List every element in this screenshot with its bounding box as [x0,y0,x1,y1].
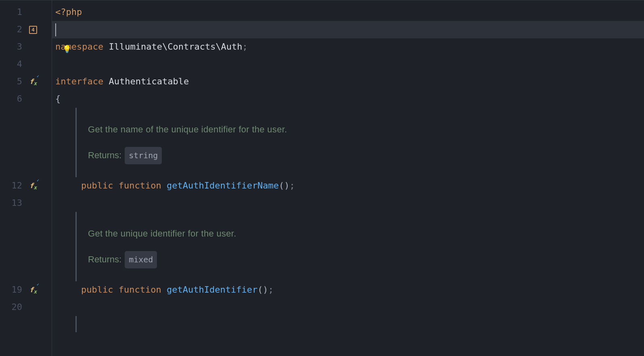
line-number: 6 [0,90,22,108]
doc-block: Get the unique identifier for the user. … [75,212,644,281]
doc-block-partial [75,316,644,332]
space [103,73,109,90]
function-icon: fx [29,75,37,88]
line-number: 3 [0,38,22,56]
line-number: 1 [0,4,22,21]
gutter-row[interactable]: 12 fx [0,177,52,195]
code-line-current[interactable] [52,21,644,38]
semicolon: ; [243,38,248,56]
cursor-icon [55,23,56,36]
brace-open: { [55,90,61,108]
line-number: 2 [0,21,22,38]
line-number: 4 [0,56,22,73]
gutter-row[interactable]: 19 fx [0,281,52,299]
code-area[interactable]: <?php namespace Illuminate\Contracts\Aut… [52,0,644,356]
keyword-public: public [81,177,113,195]
function-icon: fx [29,179,37,193]
gutter-doc-spacer [0,108,52,177]
line-number: 12 [0,177,22,195]
gutter-row[interactable]: 5 fx [0,73,52,90]
gutter-row[interactable]: 3 [0,38,52,56]
doc-returns-label: Returns: [88,147,121,164]
parens: () [279,177,290,195]
code-line[interactable]: interface Authenticatable [52,73,644,90]
code-line-empty[interactable] [52,56,644,73]
space [103,38,109,56]
gutter-doc-spacer [0,212,52,281]
namespace-path: Illuminate\Contracts\Auth [109,38,242,56]
doc-returns-label: Returns: [88,251,121,268]
space [113,281,118,299]
gutter-row[interactable]: 20 [0,299,52,316]
gutter-icon-slot[interactable]: fx [27,179,39,193]
space [161,281,167,299]
code-line[interactable]: { [52,90,644,108]
semicolon: ; [290,177,295,195]
line-number: 20 [0,299,22,316]
code-line[interactable]: namespace Illuminate\Contracts\Auth; [52,38,644,56]
semicolon: ; [268,281,274,299]
code-line-empty[interactable] [52,195,644,212]
code-line[interactable]: public function getAuthIdentifier(); [52,281,644,299]
line-number: 5 [0,73,22,90]
code-editor[interactable]: 💡 1 2 4 3 4 5 fx 6 12 [0,0,644,356]
gutter-badge-icon: 4 [29,26,37,34]
gutter-row[interactable]: 6 [0,90,52,108]
gutter-icon-slot[interactable]: 4 [27,26,39,34]
gutter-row[interactable]: 4 [0,56,52,73]
doc-block: Get the name of the unique identifier fo… [75,108,644,177]
code-line[interactable]: public function getAuthIdentifierName(); [52,177,644,195]
code-line-empty[interactable] [52,299,644,316]
lightbulb-icon[interactable]: 💡 [63,42,71,56]
line-number: 13 [0,195,22,212]
parens: () [257,281,268,299]
gutter-icon-slot[interactable]: fx [27,283,39,297]
gutter-icon-slot[interactable]: fx [27,75,39,88]
space [113,177,118,195]
gutter-row[interactable]: 13 [0,195,52,212]
line-number: 19 [0,281,22,299]
keyword-public: public [81,281,113,299]
method-name: getAuthIdentifier [167,281,257,299]
doc-returns-type: mixed [125,251,157,268]
keyword-function: function [119,177,161,195]
interface-name: Authenticatable [109,73,189,90]
space [161,177,167,195]
php-open-tag: <?php [55,4,82,21]
doc-summary: Get the unique identifier for the user. [88,225,236,243]
gutter-row[interactable]: 2 4 [0,21,52,38]
keyword-function: function [119,281,161,299]
gutter-row[interactable]: 1 [0,4,52,21]
function-icon: fx [29,283,37,297]
keyword-interface: interface [55,73,103,90]
code-line[interactable]: <?php [52,4,644,21]
doc-returns-type: string [125,147,162,164]
doc-summary: Get the name of the unique identifier fo… [88,121,287,138]
method-name: getAuthIdentifierName [167,177,279,195]
editor-gutter: 1 2 4 3 4 5 fx 6 12 fx [0,0,52,356]
